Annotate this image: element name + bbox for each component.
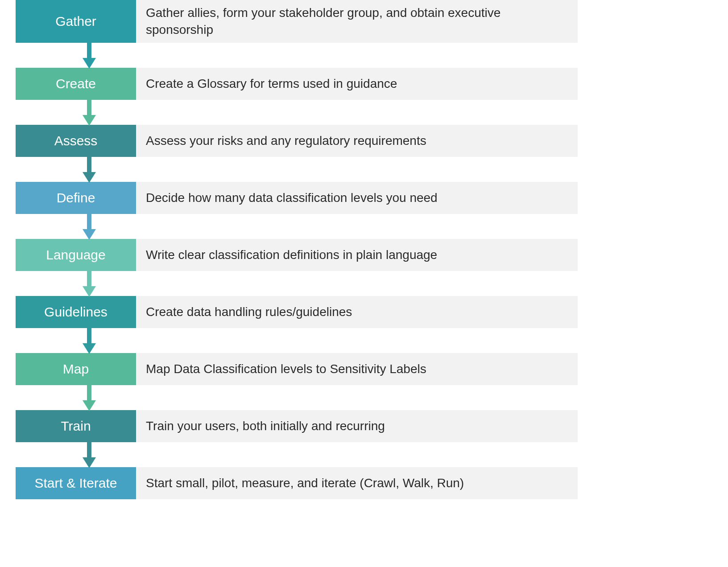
step-label-box: Guidelines [16, 296, 136, 328]
down-arrow-icon [83, 42, 96, 69]
step-row: Define Decide how many data classificati… [16, 182, 578, 214]
arrow-spacer [16, 385, 578, 410]
step-label: Create [56, 76, 96, 91]
arrow-spacer [16, 100, 578, 125]
step-label-box: Map [16, 353, 136, 385]
step-row: Guidelines Create data handling rules/gu… [16, 296, 578, 328]
step-description: Create data handling rules/guidelines [136, 296, 578, 328]
step-row: Assess Assess your risks and any regulat… [16, 125, 578, 157]
arrow-spacer [16, 442, 578, 467]
arrow-spacer [16, 214, 578, 239]
step-label: Language [46, 247, 105, 263]
step-row: Train Train your users, both initially a… [16, 410, 578, 442]
step-label: Assess [54, 133, 98, 148]
arrow-spacer [16, 157, 578, 182]
step-label-box: Create [16, 68, 136, 100]
step-label-box: Define [16, 182, 136, 214]
step-row: Map Map Data Classification levels to Se… [16, 353, 578, 385]
step-description: Decide how many data classification leve… [136, 182, 578, 214]
step-description: Gather allies, form your stakeholder gro… [136, 0, 578, 43]
down-arrow-icon [83, 384, 96, 411]
step-label-box: Language [16, 239, 136, 271]
down-arrow-icon [83, 213, 96, 240]
down-arrow-icon [83, 327, 96, 354]
step-label: Guidelines [44, 304, 108, 320]
step-label: Define [57, 190, 95, 205]
step-row: Gather Gather allies, form your stakehol… [16, 0, 578, 43]
process-flow-diagram: Gather Gather allies, form your stakehol… [16, 0, 578, 499]
down-arrow-icon [83, 270, 96, 297]
arrow-spacer [16, 328, 578, 353]
step-description: Train your users, both initially and rec… [136, 410, 578, 442]
step-label: Start & Iterate [34, 476, 117, 491]
step-label: Train [61, 419, 91, 434]
step-row: Create Create a Glossary for terms used … [16, 68, 578, 100]
step-label-box: Assess [16, 125, 136, 157]
step-label-box: Gather [16, 0, 136, 43]
step-description: Assess your risks and any regulatory req… [136, 125, 578, 157]
step-description: Start small, pilot, measure, and iterate… [136, 467, 578, 499]
down-arrow-icon [83, 99, 96, 126]
step-label-box: Train [16, 410, 136, 442]
step-label-box: Start & Iterate [16, 467, 136, 499]
step-row: Language Write clear classification defi… [16, 239, 578, 271]
step-description: Write clear classification definitions i… [136, 239, 578, 271]
arrow-spacer [16, 271, 578, 296]
step-description: Create a Glossary for terms used in guid… [136, 68, 578, 100]
down-arrow-icon [83, 156, 96, 183]
down-arrow-icon [83, 441, 96, 468]
step-label: Gather [55, 14, 96, 29]
step-description: Map Data Classification levels to Sensit… [136, 353, 578, 385]
step-label: Map [63, 362, 89, 377]
arrow-spacer [16, 43, 578, 68]
step-row: Start & Iterate Start small, pilot, meas… [16, 467, 578, 499]
